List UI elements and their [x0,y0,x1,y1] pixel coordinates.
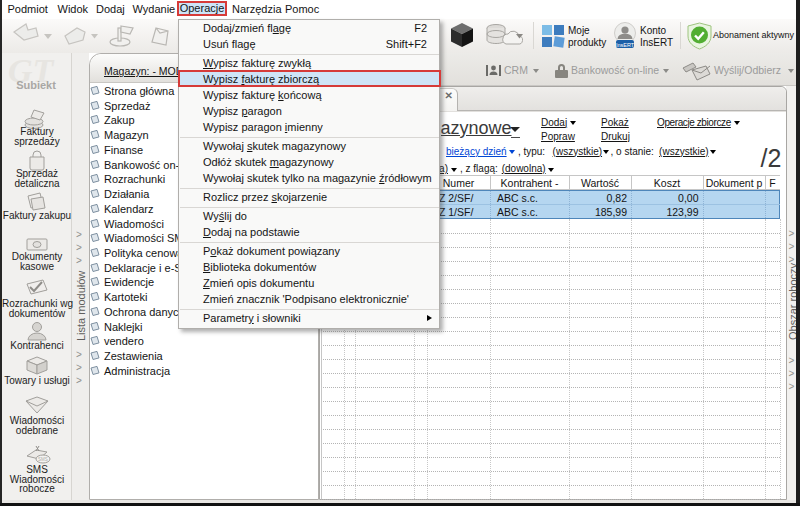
svg-text:InsERT: InsERT [616,42,635,48]
svg-text:SMS: SMS [38,457,48,462]
